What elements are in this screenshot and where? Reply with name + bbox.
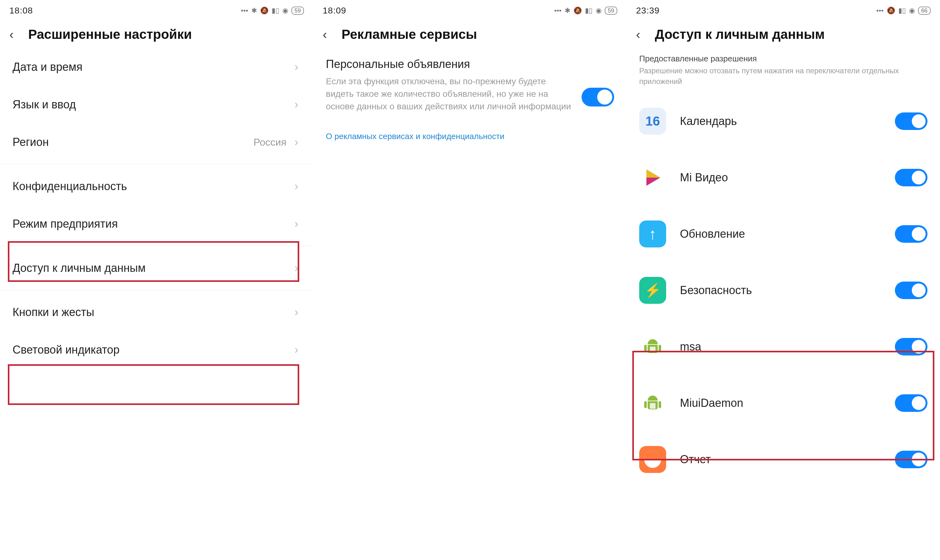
page-header: ‹ Расширенные настройки — [0, 17, 313, 48]
back-button[interactable]: ‹ — [323, 28, 342, 42]
miuidaemon-toggle[interactable] — [895, 394, 928, 412]
app-label: Отчет — [680, 453, 895, 466]
divider — [0, 164, 313, 165]
row-label: Язык и ввод — [12, 98, 292, 111]
more-icon: ••• — [554, 6, 561, 15]
row-date-time[interactable]: Дата и время › — [12, 48, 301, 86]
app-label: msa — [680, 340, 895, 353]
chevron-right-icon: › — [292, 343, 301, 357]
app-row-mivideo: Mi Видео — [639, 149, 928, 206]
update-toggle[interactable] — [895, 225, 928, 243]
chevron-right-icon: › — [292, 98, 301, 111]
security-app-icon: ⚡ — [639, 277, 666, 304]
signal-icon: ▮▯ — [585, 6, 593, 15]
status-bar: 18:09 ••• ✱ 🔕 ▮▯ ◉ 59 — [313, 0, 627, 17]
more-icon: ••• — [877, 6, 884, 15]
calendar-app-icon: 16 — [639, 108, 666, 135]
section-description: Разрешение можно отозвать путем нажатия … — [639, 65, 928, 87]
mivideo-app-icon — [639, 164, 666, 191]
android-icon — [643, 394, 662, 412]
highlight-box-personal-data — [8, 364, 299, 405]
row-label: Световой индикатор — [12, 343, 292, 357]
chevron-right-icon: › — [292, 262, 301, 275]
page-title: Доступ к личным данным — [655, 27, 931, 42]
page-header: ‹ Доступ к личным данным — [627, 17, 940, 48]
setting-title: Персональные объявления — [326, 58, 614, 71]
status-time: 18:08 — [9, 6, 33, 15]
screen-ad-services: 18:09 ••• ✱ 🔕 ▮▯ ◉ 59 ‹ Рекламные сервис… — [313, 0, 627, 560]
app-row-miuidaemon: MiuiDaemon — [639, 375, 928, 431]
row-personal-data-access[interactable]: Доступ к личным данным › — [12, 249, 301, 287]
app-label: Mi Видео — [680, 171, 895, 184]
calendar-toggle[interactable] — [895, 112, 928, 130]
update-app-icon: ↑ — [639, 220, 666, 248]
wifi-icon: ◉ — [282, 6, 288, 15]
mute-icon: 🔕 — [887, 6, 895, 15]
row-buttons-gestures[interactable]: Кнопки и жесты › — [12, 294, 301, 331]
app-row-update: ↑ Обновление — [639, 206, 928, 262]
mivideo-toggle[interactable] — [895, 169, 928, 186]
battery-indicator: 59 — [291, 6, 304, 15]
chevron-right-icon: › — [292, 60, 301, 74]
row-privacy[interactable]: Конфиденциальность › — [12, 168, 301, 205]
chevron-right-icon: › — [292, 135, 301, 149]
mute-icon: 🔕 — [573, 6, 582, 15]
wifi-icon: ◉ — [909, 6, 915, 15]
back-button[interactable]: ‹ — [636, 28, 655, 42]
back-button[interactable]: ‹ — [9, 28, 28, 42]
settings-list: Дата и время › Язык и ввод › Регион Росс… — [0, 48, 313, 369]
mute-icon: 🔕 — [260, 6, 268, 15]
status-time: 23:39 — [636, 6, 660, 15]
status-icons: ••• 🔕 ▮▯ ◉ 66 — [877, 6, 931, 15]
app-row-report: Отчет — [639, 431, 928, 488]
status-icons: ••• ✱ 🔕 ▮▯ ◉ 59 — [554, 6, 617, 15]
chevron-right-icon: › — [292, 217, 301, 231]
page-header: ‹ Рекламные сервисы — [313, 17, 627, 48]
row-led-indicator[interactable]: Световой индикатор › — [12, 331, 301, 369]
arrow-up-icon: ↑ — [649, 225, 657, 243]
personalized-ads-block: Персональные объявления Если эта функция… — [313, 48, 627, 141]
setting-description: Если эта функция отключена, вы по-прежне… — [326, 75, 572, 113]
section-header: Предоставленные разрешения Разрешение мо… — [627, 48, 940, 93]
status-icons: ••• ✱ 🔕 ▮▯ ◉ 59 — [241, 6, 304, 15]
row-label: Регион — [12, 135, 253, 149]
app-row-security: ⚡ Безопасность — [639, 262, 928, 318]
row-label: Доступ к личным данным — [12, 262, 292, 275]
report-toggle[interactable] — [895, 451, 928, 468]
android-icon — [643, 337, 662, 356]
page-title: Расширенные настройки — [28, 27, 304, 42]
status-bar: 18:08 ••• ✱ 🔕 ▮▯ ◉ 59 — [0, 0, 313, 17]
screen-personal-data-access: 23:39 ••• 🔕 ▮▯ ◉ 66 ‹ Доступ к личным да… — [627, 0, 940, 560]
ad-services-privacy-link[interactable]: О рекламных сервисах и конфиденциальност… — [326, 132, 614, 141]
shield-bolt-icon: ⚡ — [644, 282, 661, 298]
personalized-ads-toggle[interactable] — [581, 88, 614, 106]
row-label: Конфиденциальность — [12, 180, 292, 193]
screen-advanced-settings: 18:08 ••• ✱ 🔕 ▮▯ ◉ 59 ‹ Расширенные наст… — [0, 0, 313, 560]
app-label: Безопасность — [680, 284, 895, 297]
battery-indicator: 66 — [918, 6, 931, 15]
row-language-input[interactable]: Язык и ввод › — [12, 86, 301, 123]
wifi-icon: ◉ — [596, 6, 602, 15]
section-title: Предоставленные разрешения — [639, 54, 928, 63]
row-region[interactable]: Регион Россия › — [12, 123, 301, 161]
battery-indicator: 59 — [605, 6, 617, 15]
chevron-right-icon: › — [292, 306, 301, 319]
app-label: MiuiDaemon — [680, 397, 895, 410]
app-label: Обновление — [680, 228, 895, 240]
security-toggle[interactable] — [895, 282, 928, 299]
row-label: Дата и время — [12, 60, 292, 74]
row-label: Кнопки и жесты — [12, 306, 292, 319]
page-title: Рекламные сервисы — [342, 27, 617, 42]
report-app-icon — [639, 446, 666, 473]
msa-toggle[interactable] — [895, 338, 928, 355]
msa-app-icon — [639, 333, 666, 360]
status-bar: 23:39 ••• 🔕 ▮▯ ◉ 66 — [627, 0, 940, 17]
bluetooth-icon: ✱ — [565, 6, 570, 15]
row-enterprise-mode[interactable]: Режим предприятия › — [12, 205, 301, 243]
app-label: Календарь — [680, 115, 895, 128]
row-label: Режим предприятия — [12, 217, 292, 231]
app-row-msa: msa — [639, 318, 928, 375]
miuidaemon-app-icon — [639, 389, 666, 417]
status-time: 18:09 — [323, 6, 346, 15]
more-icon: ••• — [241, 6, 248, 15]
